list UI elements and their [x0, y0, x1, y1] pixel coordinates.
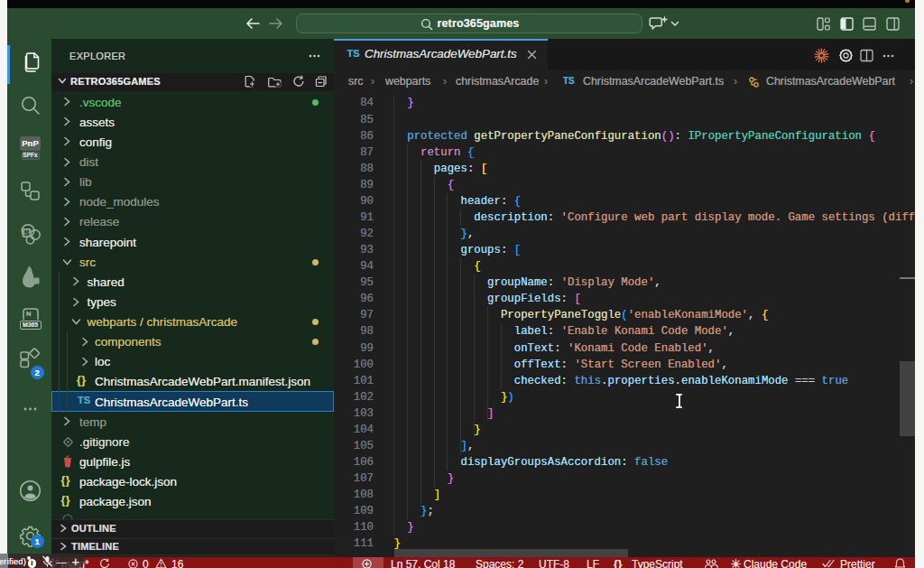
svg-text:S: S — [24, 228, 30, 237]
